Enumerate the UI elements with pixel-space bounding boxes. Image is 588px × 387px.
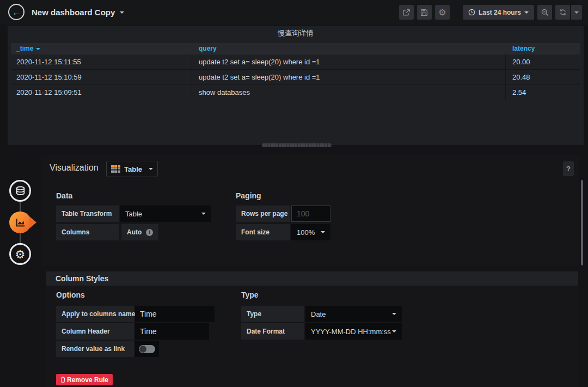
type-dropdown[interactable]: Date (305, 306, 402, 322)
time-range-button[interactable]: Last 24 hours (463, 5, 534, 20)
cell-time: 2020-11-12 15:09:51 (16, 85, 82, 100)
table-transform-row: Table Transform Table (56, 205, 211, 222)
font-size-dropdown[interactable]: 100% (291, 224, 330, 240)
tab-queries[interactable] (9, 180, 31, 202)
tab-general[interactable]: ⚙ (9, 243, 31, 265)
dashboard-title: New dashboard Copy (32, 8, 115, 17)
back-button[interactable]: ← (8, 4, 24, 20)
zoom-out-time-button[interactable] (537, 5, 552, 20)
gear-wrench-icon: ⚙ (15, 249, 26, 260)
navbar: ← New dashboard Copy ⚙ (0, 0, 588, 25)
selected-tab-arrow (29, 216, 36, 228)
column-divider (505, 70, 506, 84)
toggle-off-icon (139, 345, 155, 353)
date-format-dropdown[interactable]: YYYY-MM-DD HH:mm:ss (305, 323, 402, 340)
table-icon (111, 165, 120, 173)
trash-icon (60, 377, 65, 383)
column-styles-card: Options Apply to columns named Column He… (46, 286, 578, 387)
navbar-actions: ⚙ Last 24 hours (396, 5, 582, 20)
cell-latency: 20.00 (512, 55, 530, 70)
table-header-row: _time query latency (11, 43, 580, 55)
sort-desc-icon (36, 48, 40, 50)
rows-per-page-input[interactable] (291, 205, 330, 222)
save-icon (420, 9, 428, 16)
column-divider (505, 85, 506, 100)
type-row: Type Date (241, 306, 402, 322)
apply-columns-label: Apply to columns named (56, 306, 134, 322)
chevron-down-icon (201, 213, 206, 215)
column-header-input[interactable] (135, 323, 209, 340)
render-link-row: Render value as link (56, 341, 159, 357)
time-range-label: Last 24 hours (479, 9, 521, 16)
refresh-button[interactable] (555, 5, 570, 20)
tab-visualization[interactable] (9, 211, 31, 233)
column-divider (192, 55, 192, 69)
panel-title[interactable]: 慢查询详情 (8, 26, 584, 40)
date-format-label: Date Format (241, 323, 304, 340)
table-transform-label: Table Transform (56, 205, 119, 222)
dashboard-settings-button[interactable]: ⚙ (435, 5, 450, 20)
remove-rule-label: Remove Rule (67, 376, 108, 384)
apply-columns-row: Apply to columns named (56, 306, 215, 322)
panel-resize-handle[interactable] (262, 143, 332, 147)
column-header-time[interactable]: _time (16, 43, 40, 55)
table-row[interactable]: 2020-11-12 15:11:55 update t2 set a= sle… (11, 55, 580, 70)
table-transform-dropdown[interactable]: Table (120, 205, 211, 222)
visualization-heading: Visualization (50, 163, 99, 173)
share-button[interactable] (399, 5, 414, 20)
font-size-row: Font size 100% (236, 224, 330, 240)
save-button[interactable] (417, 5, 432, 20)
chevron-down-icon (149, 168, 153, 170)
help-button[interactable]: ? (563, 161, 574, 176)
info-icon[interactable]: i (146, 229, 153, 236)
date-format-row: Date Format YYYY-MM-DD HH:mm:ss (241, 323, 402, 340)
font-size-label: Font size (236, 224, 290, 240)
chart-icon (15, 217, 26, 228)
column-header-latency[interactable]: latency (512, 43, 535, 55)
back-arrow-icon: ← (13, 8, 21, 17)
chevron-down-icon (392, 330, 396, 332)
cell-latency: 2.54 (512, 85, 526, 100)
column-divider (192, 85, 192, 100)
scrollbar-thumb[interactable] (581, 180, 583, 265)
table-row[interactable]: 2020-11-12 15:09:51 show databases 2.54 (11, 85, 580, 100)
zoom-out-icon (541, 9, 549, 16)
cell-query: update t2 set a= sleep(20) where id =1 (199, 70, 320, 85)
chevron-down-icon (574, 11, 579, 14)
paging-section-heading: Paging (236, 191, 261, 200)
table-panel: 慢查询详情 _time query latency 2020-11-12 15:… (8, 26, 584, 145)
column-header-query[interactable]: query (199, 43, 217, 55)
type-label: Type (241, 306, 304, 322)
visualization-type-label: Table (124, 165, 145, 173)
clock-icon (468, 9, 475, 16)
column-header-row: Column Header (56, 323, 209, 340)
cell-time: 2020-11-12 15:10:59 (16, 70, 82, 85)
table-row[interactable]: 2020-11-12 15:10:59 update t2 set a= sle… (11, 70, 580, 85)
rows-per-page-row: Rows per page (236, 205, 330, 222)
cell-latency: 20.48 (512, 70, 530, 85)
columns-value: Auto i (121, 224, 158, 240)
dashboard-title-dropdown[interactable]: New dashboard Copy (32, 0, 124, 25)
options-section-heading: Options (56, 291, 85, 299)
cell-query: show databases (199, 85, 250, 100)
column-divider (505, 55, 506, 69)
data-section-heading: Data (56, 191, 72, 200)
chevron-down-icon (120, 11, 124, 14)
render-link-label: Render value as link (56, 341, 134, 357)
column-styles-heading: Column Styles (46, 271, 578, 286)
chevron-down-icon (321, 231, 325, 233)
grafana-dashboard-editor: ← New dashboard Copy ⚙ (0, 0, 588, 387)
columns-row: Columns Auto i (56, 224, 158, 240)
column-header-label: Column Header (56, 323, 134, 340)
refresh-interval-dropdown[interactable] (571, 5, 582, 20)
rows-per-page-label: Rows per page (236, 205, 290, 222)
cell-time: 2020-11-12 15:11:55 (16, 55, 81, 70)
render-link-toggle[interactable] (135, 341, 159, 357)
database-icon (15, 186, 26, 196)
share-icon (402, 9, 411, 16)
apply-columns-input[interactable] (135, 306, 215, 322)
remove-rule-button[interactable]: Remove Rule (56, 374, 113, 385)
type-section-heading: Type (241, 291, 259, 299)
visualization-type-dropdown[interactable]: Table (106, 161, 158, 177)
chevron-down-icon (392, 313, 396, 315)
